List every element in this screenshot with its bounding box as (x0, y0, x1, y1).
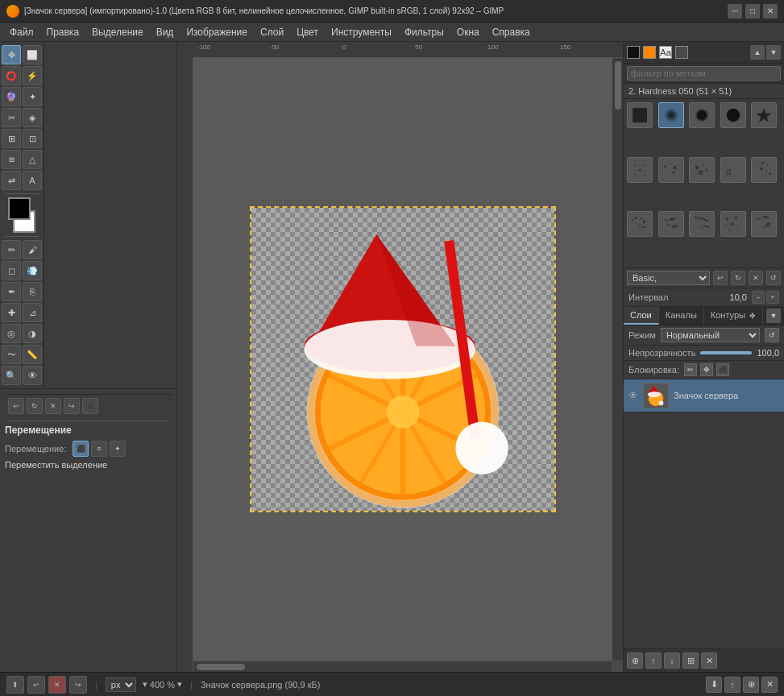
tool-dodge-burn[interactable]: ◑ (23, 324, 42, 343)
status-export-icon[interactable]: ⬆ (6, 676, 24, 694)
layer-item[interactable]: 👁 (624, 379, 784, 412)
brush-item-dots-plus[interactable] (627, 157, 653, 183)
layer-visibility-icon[interactable]: 👁 (628, 390, 638, 401)
move-path-btn[interactable]: ✦ (110, 441, 126, 457)
tool-ellipse-select[interactable]: ⭕ (2, 66, 21, 85)
layer-add-btn[interactable]: ⊕ (627, 652, 643, 669)
tool-smudge[interactable]: 〜 (2, 345, 21, 364)
tool-color-picker[interactable]: 👁 (23, 366, 42, 385)
tool-history-icon[interactable]: ↪ (64, 398, 80, 414)
brushes-scroll-up[interactable]: ▲ (750, 45, 765, 60)
menu-item----[interactable]: Вид (150, 25, 180, 39)
tool-zoom[interactable]: 🔍 (2, 366, 21, 385)
maximize-button[interactable]: □ (745, 4, 760, 19)
brush-filter-input[interactable] (627, 66, 781, 81)
lock-alpha-icon[interactable]: ⬛ (716, 363, 729, 376)
status-undo-icon[interactable]: ↩ (27, 676, 45, 694)
tab-channels[interactable]: Каналы (659, 307, 704, 325)
menu-item-----[interactable]: Слой (254, 25, 290, 39)
brush-item-rough3[interactable] (689, 211, 715, 237)
status-btn3[interactable]: ⊕ (743, 677, 759, 693)
horizontal-scrollbar[interactable] (193, 661, 612, 672)
brush-item-splatter1[interactable] (658, 157, 684, 183)
tool-scissors[interactable]: ✂ (2, 108, 21, 127)
lock-position-icon[interactable]: ✥ (700, 363, 713, 376)
tool-3d-transform[interactable]: △ (23, 150, 42, 169)
tool-warp[interactable]: ≋ (2, 150, 21, 169)
tool-crop[interactable]: ⊞ (2, 129, 21, 148)
close-button[interactable]: ✕ (763, 4, 778, 19)
tool-paintbrush[interactable]: 🖌 (23, 240, 42, 259)
menu-item------------[interactable]: Изображение (180, 25, 254, 39)
brush-preset-btn1[interactable]: ↩ (713, 271, 728, 285)
status-btn4[interactable]: ✕ (761, 677, 778, 693)
tool-fuzzy-select[interactable]: 🔮 (2, 87, 21, 106)
tool-perspective-clone[interactable]: ⊿ (23, 303, 42, 322)
tool-redo-icon[interactable]: ↻ (27, 398, 43, 414)
brush-preset-btn4[interactable]: ↺ (766, 271, 781, 285)
brush-item-soft-round[interactable] (658, 102, 684, 128)
brush-item-rough5[interactable] (751, 211, 777, 237)
brush-item-star[interactable] (751, 102, 777, 128)
tool-extra-icon[interactable]: ⬛ (82, 398, 98, 414)
h-scroll-thumb[interactable] (197, 664, 245, 670)
layer-duplicate-btn[interactable]: ⊞ (682, 652, 699, 669)
tool-eraser[interactable]: ◻ (2, 261, 21, 280)
brushes-expand[interactable]: ▼ (766, 45, 781, 60)
brush-item-scatter[interactable] (751, 157, 777, 183)
menu-item-------[interactable]: Правка (40, 25, 86, 39)
lock-pixels-icon[interactable]: ✏ (684, 363, 697, 376)
tool-free-select[interactable]: ⚡ (23, 66, 42, 85)
menu-item-----[interactable]: Цвет (290, 25, 325, 39)
tool-measure[interactable]: 📏 (23, 345, 42, 364)
menu-item-----[interactable]: Окна (450, 25, 486, 39)
move-selection-btn[interactable]: ≡ (91, 441, 107, 457)
status-btn2[interactable]: ↑ (724, 677, 740, 693)
brush-item-rough1[interactable] (627, 211, 653, 237)
foreground-color-swatch[interactable] (8, 197, 31, 220)
brush-item-text-brush[interactable]: g (720, 157, 746, 183)
tool-pencil[interactable]: ✏ (2, 240, 21, 259)
menu-item----------[interactable]: Выделение (85, 25, 150, 39)
tool-delete-icon[interactable]: ✕ (45, 398, 61, 414)
status-btn1[interactable]: ⬇ (706, 677, 722, 693)
tool-ink[interactable]: ✒ (2, 282, 21, 301)
menu-item--------[interactable]: Справка (486, 25, 537, 39)
status-redo-icon[interactable]: ↪ (69, 676, 87, 694)
opacity-slider[interactable] (700, 351, 752, 354)
minimize-button[interactable]: ─ (728, 4, 742, 19)
brush-item-rough4[interactable] (720, 211, 746, 237)
brush-item-hard-black[interactable] (720, 102, 746, 128)
brush-extra[interactable] (675, 46, 688, 59)
unit-select[interactable]: px (106, 677, 136, 692)
brush-preset-select[interactable]: Basic, (627, 271, 710, 285)
vertical-scrollbar[interactable] (612, 58, 623, 661)
tool-move-tool[interactable]: ✥ (2, 45, 21, 64)
menu-item-----[interactable]: Файл (3, 25, 40, 39)
tool-transform[interactable]: ⊡ (23, 129, 42, 148)
tool-clone[interactable]: ⎘ (23, 282, 42, 301)
tool-heal[interactable]: ✚ (2, 303, 21, 322)
layer-delete-btn[interactable]: ✕ (701, 652, 717, 669)
layer-up-btn[interactable]: ↑ (645, 652, 662, 669)
brush-preset-btn3[interactable]: ✕ (749, 271, 763, 285)
tool-blur[interactable]: ◎ (2, 324, 21, 343)
v-scroll-thumb[interactable] (615, 61, 621, 110)
layer-mode-reset[interactable]: ↺ (765, 328, 779, 342)
tool-text[interactable]: A (23, 171, 42, 190)
tool-flip[interactable]: ⇌ (2, 171, 21, 190)
layers-panel-expand[interactable]: ▼ (766, 309, 781, 323)
canvas-scroll[interactable] (193, 58, 612, 661)
brush-preset-btn2[interactable]: ↻ (731, 271, 745, 285)
brush-aa-option[interactable]: Аа (659, 46, 672, 59)
tool-rect-select[interactable]: ⬜ (23, 45, 42, 64)
tool-airbrush[interactable]: 💨 (23, 261, 42, 280)
brush-item-rough2[interactable] (658, 211, 684, 237)
tool-undo-icon[interactable]: ↩ (8, 398, 24, 414)
brush-item-hard-round[interactable] (689, 102, 715, 128)
layer-mode-select[interactable]: Нормальный (661, 328, 760, 342)
interval-down-btn[interactable]: − (752, 291, 765, 304)
tool-option-selection-row[interactable]: Переместить выделение (5, 460, 172, 470)
tab-paths[interactable]: Контуры ✤ (704, 307, 763, 325)
brush-item-splatter2[interactable] (689, 157, 715, 183)
